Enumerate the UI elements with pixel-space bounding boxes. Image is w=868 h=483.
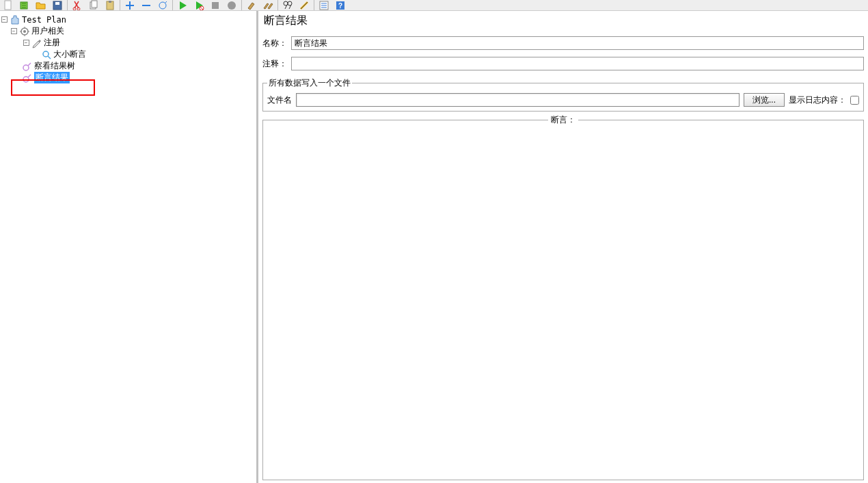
expand-icon[interactable] [123,0,137,11]
stop-icon[interactable] [208,0,222,11]
tree-label: 断言结果 [34,72,70,83]
search-reset-icon[interactable] [297,0,311,11]
assertion-icon [41,49,52,60]
copy-icon[interactable] [87,0,100,11]
testplan-icon [10,14,21,25]
svg-rect-0 [5,1,11,10]
tree-node-threadgroup[interactable]: − 用户相关 [0,25,256,37]
save-icon[interactable] [51,0,64,11]
toggle-icon[interactable] [156,0,169,11]
name-row: 名称： [262,36,864,50]
listener-icon [22,73,33,83]
svg-point-22 [23,65,29,70]
svg-rect-3 [55,2,59,5]
comment-input[interactable] [291,57,864,70]
assert-group: 断言： [262,114,864,480]
collapse-toggle[interactable]: − [10,27,18,36]
new-file-icon[interactable] [1,0,15,11]
collapse-toggle[interactable]: − [22,39,30,47]
sampler-icon [31,38,42,49]
shutdown-icon[interactable] [225,0,239,11]
filename-input[interactable] [296,93,740,107]
cut-icon[interactable] [70,0,84,11]
name-input[interactable] [291,36,864,50]
open-icon[interactable] [34,0,48,11]
function-helper-icon[interactable] [317,0,331,11]
tree-panel: − Test Plan − 用户相关 − 注册 大小断言 [0,11,258,483]
comment-label: 注释： [262,58,291,70]
tree-node-sampler[interactable]: − 注册 [0,37,256,49]
search-icon[interactable] [281,0,295,11]
clear-icon[interactable] [245,0,258,11]
svg-point-13 [228,1,236,10]
collapse-icon[interactable] [139,0,153,11]
tree-label: 注册 [44,37,60,49]
tree-node-listener-assertion[interactable]: 断言结果 [0,72,256,83]
clear-all-icon[interactable] [261,0,275,11]
tree-node-testplan[interactable]: − Test Plan [0,14,256,25]
content-panel: 断言结果 名称： 注释： 所有数据写入一个文件 文件名 浏览... 显示日志内容… [258,11,868,483]
svg-point-21 [43,51,49,57]
start-icon[interactable] [176,0,189,11]
templates-icon[interactable] [18,0,31,11]
collapse-toggle[interactable]: − [0,16,8,24]
paste-icon[interactable] [103,0,117,11]
tree-label: Test Plan [22,15,66,25]
page-title: 断言结果 [262,14,864,28]
svg-point-20 [23,30,26,33]
help-icon[interactable]: ? [334,0,347,11]
tree-label: 察看结果树 [34,60,75,72]
tree-label: 用户相关 [31,25,64,37]
svg-rect-9 [109,1,111,3]
toolbar: ? [0,0,868,11]
log-content-label: 显示日志内容： [789,94,846,106]
log-checkbox[interactable] [850,96,859,105]
svg-text:?: ? [338,2,342,10]
comment-row: 注释： [262,57,864,70]
listener-icon [22,61,33,72]
tree-node-assertion[interactable]: 大小断言 [0,49,256,60]
svg-point-23 [23,77,29,82]
start-no-pause-icon[interactable] [192,0,206,11]
tree-node-listener-tree[interactable]: 察看结果树 [0,60,256,72]
threadgroup-icon [19,26,30,37]
assert-group-legend: 断言： [548,114,578,126]
filename-label: 文件名 [267,94,292,106]
browse-button[interactable]: 浏览... [744,93,785,107]
name-label: 名称： [262,38,291,49]
tree-label: 大小断言 [53,49,86,60]
file-group: 所有数据写入一个文件 文件名 浏览... 显示日志内容： [262,77,864,112]
svg-rect-7 [92,1,97,8]
file-group-legend: 所有数据写入一个文件 [267,77,352,89]
assert-body [266,129,860,477]
svg-rect-12 [212,2,219,9]
